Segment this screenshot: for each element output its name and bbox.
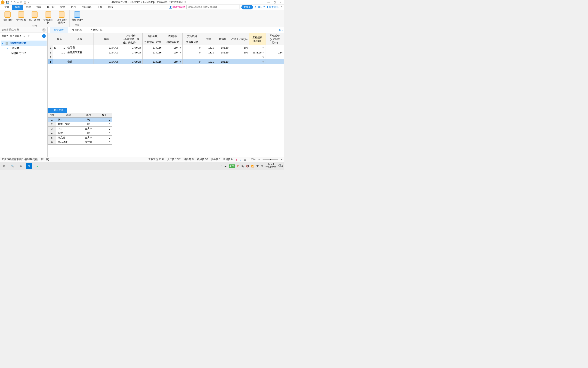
zoom-out-icon[interactable]: − bbox=[258, 158, 260, 161]
search-icon[interactable]: 🔍 bbox=[10, 163, 16, 169]
col-bid[interactable]: 评标报价 （不含规费、税金、安文费） bbox=[119, 33, 142, 45]
close-icon[interactable]: ✕ bbox=[280, 1, 282, 4]
tree-building-node[interactable]: ▾⌂住宅楼 bbox=[5, 46, 47, 51]
import-export-button[interactable]: 导入导出▾ bbox=[10, 34, 21, 38]
ime-en[interactable]: 英 bbox=[261, 164, 263, 168]
adjust-profit-button[interactable]: 调整管理费利润 bbox=[56, 11, 68, 24]
status-chart-icon[interactable]: ▮ bbox=[235, 158, 237, 161]
col-scale[interactable]: 工程规模 （m2或m） bbox=[249, 33, 266, 45]
redo-icon[interactable]: ↷ bbox=[14, 1, 16, 4]
menu-tool[interactable]: 工具 bbox=[94, 5, 105, 10]
bcol-seq[interactable]: 序号 bbox=[48, 113, 56, 118]
table-row[interactable]: 5商品砼立方米0 bbox=[48, 136, 112, 140]
material-grid[interactable]: 序号 名称 单位 数量 1钢材吨02其中：钢筋吨03木材立方米04水泥吨05商品… bbox=[48, 113, 112, 145]
search-input[interactable] bbox=[186, 5, 240, 9]
menu-edit[interactable]: 编制 bbox=[12, 5, 23, 10]
ime-cn[interactable]: 中 bbox=[256, 164, 259, 168]
table-row[interactable]: 1钢材吨0 bbox=[48, 118, 112, 122]
table-row[interactable]: 3 bbox=[48, 55, 284, 59]
taskview-icon[interactable]: ⧉ bbox=[18, 163, 24, 169]
col-csxm[interactable]: 措施项目费 bbox=[163, 39, 182, 45]
copy-icon[interactable]: ⧉ bbox=[20, 1, 22, 4]
table-row[interactable]: 1 ⊟ 1 住宅楼 2194.42 1779.24 1730.16 150.77… bbox=[48, 45, 284, 50]
tree-heating-node[interactable]: 采暖燃气工程 bbox=[10, 51, 47, 56]
col-csxm-group[interactable]: 措施项目 bbox=[163, 33, 182, 39]
col-qtxm[interactable]: 其他项目费 bbox=[182, 39, 202, 45]
tab-material-summary[interactable]: 三材汇总表 bbox=[48, 108, 67, 113]
tray-onedrive-icon[interactable]: ☁ bbox=[224, 165, 227, 167]
collapse-sidebar-icon[interactable]: « bbox=[42, 28, 46, 32]
tab-project-info[interactable]: 项目信息 bbox=[68, 27, 86, 33]
apps-icon[interactable]: ▦▾ bbox=[258, 6, 262, 9]
col-fbfx[interactable]: 分部分项工程费 bbox=[142, 39, 163, 45]
project-selfcheck-button[interactable]: 项目自检 bbox=[2, 11, 14, 24]
fullcost-switch-button[interactable]: 全费用切换 bbox=[42, 11, 54, 24]
undo-icon[interactable]: ↶ bbox=[10, 1, 12, 4]
menu-file[interactable]: 文件 bbox=[2, 5, 12, 10]
move-up-icon[interactable]: ▲ bbox=[23, 35, 25, 37]
main-grid[interactable]: 序号 名称 金额 评标报价 （不含规费、税金、安文费） 分部分项 措施项目 其他… bbox=[48, 33, 284, 64]
tray-powerpoint-icon[interactable]: P bbox=[237, 165, 239, 167]
tab-labor-material[interactable]: 人材机汇总 bbox=[86, 27, 107, 33]
col-ratio[interactable]: 占造价比例(%) bbox=[230, 33, 249, 45]
cost-view-button[interactable]: 费用查看 bbox=[15, 11, 27, 24]
zoom-slider[interactable]: ────●──── bbox=[263, 158, 278, 161]
menu-ebid[interactable]: 电子标 bbox=[44, 5, 58, 10]
minimize-icon[interactable]: — bbox=[268, 1, 270, 4]
table-row[interactable]: 4水泥吨0 bbox=[48, 131, 112, 136]
tray-chevron-icon[interactable]: ˄ bbox=[221, 165, 222, 167]
download-icon[interactable]: ↓ bbox=[42, 34, 46, 38]
review-notes-button[interactable]: 审核批注▾ bbox=[71, 11, 83, 23]
table-row[interactable]: 6商品砂浆立方米0 bbox=[48, 140, 112, 145]
menu-coop[interactable]: 协作 bbox=[68, 5, 79, 10]
tray-wifi-icon[interactable]: 📶 bbox=[251, 165, 254, 167]
wechat-icon[interactable]: ● bbox=[34, 163, 40, 169]
collapse-ribbon-icon[interactable]: ⌃ bbox=[280, 6, 282, 9]
tab-tools-icon[interactable]: ⚙ ▾ bbox=[279, 29, 283, 32]
battery-icon[interactable]: 46% bbox=[229, 165, 235, 168]
new-button[interactable]: 新建▾ bbox=[2, 34, 8, 38]
col-name[interactable]: 名称 bbox=[66, 33, 94, 45]
menu-index[interactable]: 指标神器 bbox=[79, 5, 94, 10]
col-gf[interactable]: 规费 bbox=[202, 33, 216, 45]
paste-icon[interactable]: 📋 bbox=[23, 1, 27, 4]
col-unit[interactable]: 单位造价 (元/m2或元/m) bbox=[266, 33, 284, 45]
menu-cost[interactable]: 质控 bbox=[23, 5, 34, 10]
taskbar-app-icon[interactable]: 预 bbox=[26, 163, 32, 169]
sync-icon[interactable]: ⟳ bbox=[254, 6, 257, 9]
table-row[interactable]: 3木材立方米0 bbox=[48, 127, 112, 131]
col-amount[interactable]: 金额 bbox=[94, 33, 119, 45]
col-seq[interactable]: 序号 bbox=[53, 33, 66, 45]
clock[interactable]: 14:442024/6/26 bbox=[265, 163, 276, 168]
table-row[interactable]: 2 └ 1.1 采暖燃气工程 2194.42 1779.24 1730.16 1… bbox=[48, 50, 284, 55]
notification-icon[interactable]: 💬4 bbox=[278, 164, 283, 168]
login-button[interactable]: 未登录 bbox=[241, 5, 253, 9]
col-fbfx-group[interactable]: 分部分项 bbox=[142, 33, 163, 39]
table-row[interactable]: 2其中：钢筋吨0 bbox=[48, 122, 112, 127]
check-update-link[interactable]: ⬆检查更新 bbox=[266, 6, 279, 9]
col-zzs[interactable]: 增值税 bbox=[216, 33, 230, 45]
tray-volume-icon[interactable]: 🔇 bbox=[246, 165, 249, 167]
bcol-unit[interactable]: 单位 bbox=[81, 113, 96, 118]
view-single-icon[interactable]: ▯ bbox=[240, 158, 241, 161]
menu-help[interactable]: 帮助 bbox=[105, 5, 116, 10]
tray-power-icon[interactable]: 🔌 bbox=[241, 165, 244, 167]
help-icon[interactable]: ? bbox=[263, 6, 265, 9]
bcol-qty[interactable]: 数量 bbox=[96, 113, 112, 118]
view-split-icon[interactable]: ▥ bbox=[244, 158, 246, 161]
tab-cost-analysis[interactable]: 造价分析 bbox=[50, 27, 68, 33]
cut-icon[interactable]: ✂ bbox=[17, 1, 19, 4]
maximize-icon[interactable]: ▢ bbox=[274, 1, 276, 4]
start-icon[interactable]: ⊞ bbox=[1, 163, 7, 169]
zoom-in-icon[interactable]: + bbox=[281, 158, 282, 161]
unify-price-button[interactable]: 统一调价▾ bbox=[29, 11, 41, 24]
menu-review[interactable]: 审核 bbox=[58, 5, 68, 10]
col-qtxm-group[interactable]: 其他项目 bbox=[182, 33, 202, 39]
realname-manage-link[interactable]: 👤实名制管理 bbox=[169, 6, 185, 9]
menu-report[interactable]: 报表 bbox=[34, 5, 44, 10]
move-down-icon[interactable]: ▼ bbox=[28, 35, 30, 37]
table-row[interactable]: 4 合计 2194.42 1779.24 1730.16 150.77 0 13… bbox=[48, 59, 284, 64]
save-icon[interactable]: 💾 bbox=[6, 1, 9, 4]
bcol-name[interactable]: 名称 bbox=[56, 113, 81, 118]
tree-root-node[interactable]: ▾🏢启程学院住宅楼 bbox=[1, 41, 47, 46]
